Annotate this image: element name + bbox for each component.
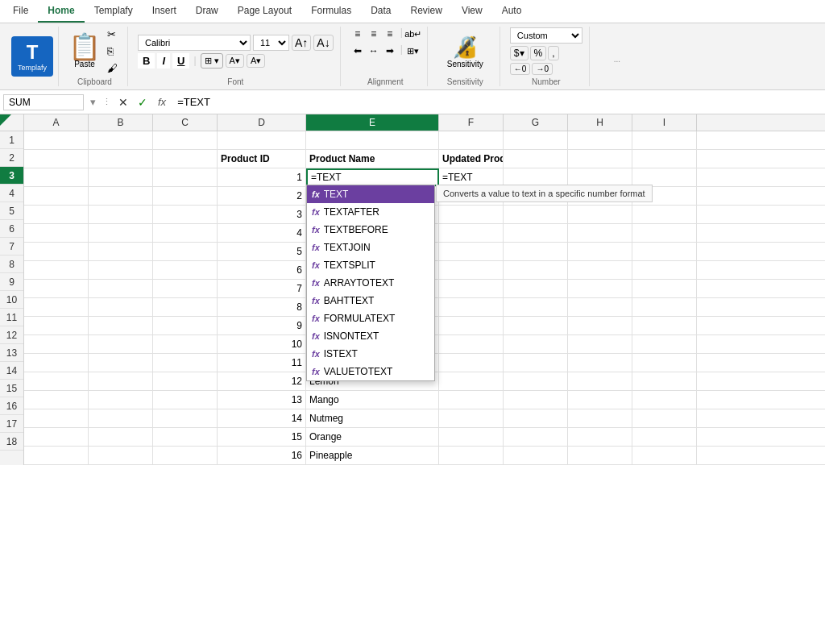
cell-I8[interactable] [632, 261, 697, 279]
autocomplete-item-textjoin[interactable]: fxTEXTJOIN [307, 239, 434, 256]
bold-button[interactable]: B [138, 53, 155, 69]
cell-A7[interactable] [24, 243, 89, 260]
cell-I5[interactable] [632, 206, 697, 223]
cell-F2[interactable]: Updated Product ID [439, 150, 504, 168]
tab-templafy[interactable]: Templafy [85, 0, 143, 23]
cell-H6[interactable] [568, 224, 632, 242]
tab-page-layout[interactable]: Page Layout [228, 0, 301, 23]
cell-F5[interactable] [439, 206, 504, 223]
cell-A9[interactable] [24, 280, 89, 297]
font-decrease-button[interactable]: A↓ [313, 35, 333, 51]
cell-F15[interactable] [439, 391, 504, 409]
cut-button[interactable]: ✂ [104, 27, 121, 42]
autocomplete-item-isnontext[interactable]: fxISNONTEXT [307, 327, 434, 345]
cell-A8[interactable] [24, 261, 89, 279]
borders-button[interactable]: ⊞ ▾ [201, 53, 223, 69]
row-num-1[interactable]: 1 [0, 131, 23, 149]
underline-button[interactable]: U [172, 53, 189, 69]
cell-H15[interactable] [568, 391, 632, 409]
cell-C7[interactable] [153, 243, 218, 260]
align-left-icon[interactable]: ⬅ [350, 44, 365, 58]
cell-E15[interactable]: Mango [306, 391, 439, 409]
cell-I15[interactable] [632, 391, 697, 409]
cell-I9[interactable] [632, 280, 697, 297]
cell-B17[interactable] [89, 428, 153, 446]
cell-G15[interactable] [504, 391, 568, 409]
cell-B1[interactable] [89, 131, 153, 149]
cell-G10[interactable] [504, 298, 568, 316]
cell-C14[interactable] [153, 372, 218, 390]
templafy-button[interactable]: T Templafy [11, 36, 53, 77]
col-header-d[interactable]: D [218, 114, 306, 131]
cell-H9[interactable] [568, 280, 632, 297]
cell-F6[interactable] [439, 224, 504, 242]
tab-insert[interactable]: Insert [143, 0, 186, 23]
cell-C4[interactable] [153, 187, 218, 205]
row-num-6[interactable]: 6 [0, 220, 23, 238]
tab-formulas[interactable]: Formulas [301, 0, 361, 23]
cell-B3[interactable] [89, 168, 153, 186]
cell-G11[interactable] [504, 317, 568, 334]
autocomplete-item-textafter[interactable]: fxTEXTAFTER [307, 203, 434, 221]
font-increase-button[interactable]: A↑ [292, 35, 311, 51]
row-num-4[interactable]: 4 [0, 185, 23, 202]
cancel-button[interactable]: ✕ [114, 94, 132, 110]
autocomplete-item-istext[interactable]: fxISTEXT [307, 345, 434, 363]
row-num-8[interactable]: 8 [0, 256, 23, 273]
paste-button[interactable]: 📋 Paste [68, 34, 101, 69]
autocomplete-item-textsplit[interactable]: fxTEXTSPLIT [307, 256, 434, 274]
cell-C16[interactable] [153, 409, 218, 427]
format-painter-button[interactable]: 🖌 [104, 60, 121, 76]
cell-B8[interactable] [89, 261, 153, 279]
font-size-select[interactable]: 11 [253, 35, 289, 51]
cell-I18[interactable] [632, 447, 697, 464]
row-num-14[interactable]: 14 [0, 362, 23, 380]
cell-H16[interactable] [568, 409, 632, 427]
cell-A12[interactable] [24, 335, 89, 353]
cell-H13[interactable] [568, 354, 632, 372]
row-num-2[interactable]: 2 [0, 149, 23, 167]
decrease-decimal-button[interactable]: ←0 [510, 63, 531, 75]
cell-B15[interactable] [89, 391, 153, 409]
cell-D8[interactable]: 6 [218, 261, 306, 279]
cell-G8[interactable] [504, 261, 568, 279]
name-box[interactable] [3, 94, 84, 110]
cell-I16[interactable] [632, 409, 697, 427]
cell-B6[interactable] [89, 224, 153, 242]
cell-I14[interactable] [632, 372, 697, 390]
autocomplete-item-arraytotext[interactable]: fxARRAYTOTEXT [307, 274, 434, 292]
cell-H12[interactable] [568, 335, 632, 353]
tab-data[interactable]: Data [361, 0, 400, 23]
cell-B9[interactable] [89, 280, 153, 297]
cell-G1[interactable] [504, 131, 568, 149]
cell-B18[interactable] [89, 447, 153, 464]
font-family-select[interactable]: Calibri [138, 35, 251, 51]
cell-C11[interactable] [153, 317, 218, 334]
align-right-icon[interactable]: ➡ [383, 44, 397, 58]
cell-D14[interactable]: 12 [218, 372, 306, 390]
cell-G9[interactable] [504, 280, 568, 297]
sensitivity-button[interactable]: 🔏 Sensitivity [437, 31, 493, 72]
cell-B7[interactable] [89, 243, 153, 260]
tab-home[interactable]: Home [38, 0, 84, 23]
cell-H8[interactable] [568, 261, 632, 279]
cell-I11[interactable] [632, 317, 697, 334]
cell-E17[interactable]: Orange [306, 428, 439, 446]
cell-I10[interactable] [632, 298, 697, 316]
cell-B13[interactable] [89, 354, 153, 372]
wrap-text-icon[interactable]: ab↵ [406, 27, 421, 41]
cell-D18[interactable]: 16 [218, 447, 306, 464]
cell-D4[interactable]: 2 [218, 187, 306, 205]
cell-H10[interactable] [568, 298, 632, 316]
cell-C6[interactable] [153, 224, 218, 242]
cell-G18[interactable] [504, 447, 568, 464]
col-header-c[interactable]: C [153, 114, 218, 131]
cell-A14[interactable] [24, 372, 89, 390]
cell-H5[interactable] [568, 206, 632, 223]
cell-F12[interactable] [439, 335, 504, 353]
cell-A5[interactable] [24, 206, 89, 223]
row-num-13[interactable]: 13 [0, 344, 23, 362]
confirm-button[interactable]: ✓ [134, 94, 151, 110]
cell-G7[interactable] [504, 243, 568, 260]
autocomplete-item-text[interactable]: fxTEXT [307, 185, 434, 203]
